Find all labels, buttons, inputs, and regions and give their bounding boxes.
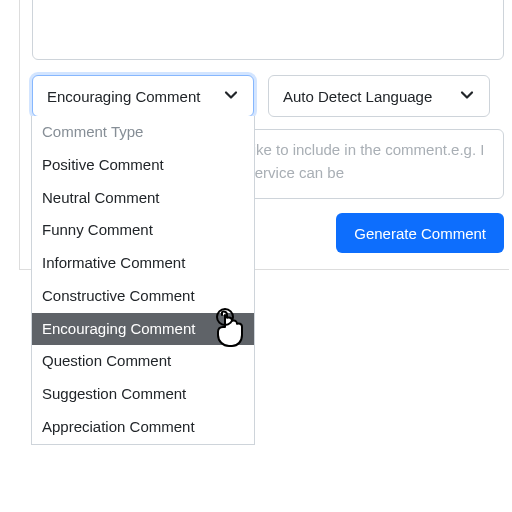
chevron-down-icon [459, 87, 475, 106]
dropdown-option[interactable]: Question Comment [32, 345, 254, 378]
dropdown-option[interactable]: Funny Comment [32, 214, 254, 247]
dropdown-option[interactable]: Constructive Comment [32, 280, 254, 313]
post-content-textarea[interactable] [32, 0, 504, 60]
generate-comment-button[interactable]: Generate Comment [336, 213, 504, 253]
dropdown-option[interactable]: Informative Comment [32, 247, 254, 280]
comment-type-select[interactable]: Encouraging Comment [32, 75, 254, 117]
comment-type-selected-label: Encouraging Comment [47, 88, 200, 105]
chevron-down-icon [223, 87, 239, 106]
language-selected-label: Auto Detect Language [283, 88, 432, 105]
dropdown-option[interactable]: Positive Comment [32, 149, 254, 182]
dropdown-option[interactable]: Suggestion Comment [32, 378, 254, 411]
dropdown-option[interactable]: Neutral Comment [32, 182, 254, 215]
dropdown-option[interactable]: Appreciation Comment [32, 411, 254, 444]
dropdown-placeholder: Comment Type [32, 116, 254, 149]
language-select[interactable]: Auto Detect Language [268, 75, 490, 117]
selects-row: Encouraging Comment Auto Detect Language [32, 75, 509, 117]
comment-type-dropdown[interactable]: Comment Type Positive CommentNeutral Com… [31, 116, 255, 445]
dropdown-option[interactable]: Encouraging Comment [32, 313, 254, 346]
